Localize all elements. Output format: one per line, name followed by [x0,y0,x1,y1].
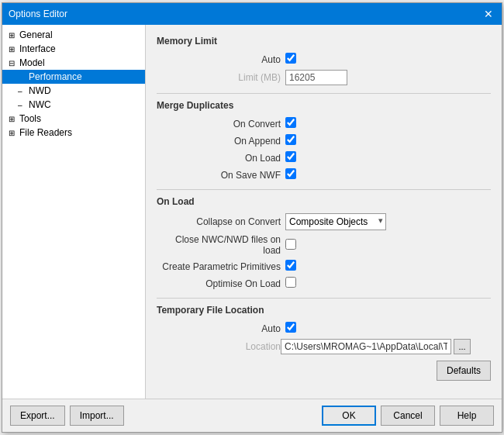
content-area: Memory Limit Auto Limit (MB) Merge Dupli… [146,25,502,399]
on-convert-label: On Convert [157,119,281,129]
collapse-label: Collapse on Convert [157,216,281,227]
ok-button[interactable]: OK [322,406,376,426]
export-button[interactable]: Export... [10,406,65,426]
on-append-checkbox-wrapper [285,134,296,147]
expander-icon: – [18,87,29,95]
expander-icon: ⊞ [9,45,19,54]
expander-icon: – [18,101,29,109]
limit-input[interactable] [285,70,347,85]
browse-button[interactable]: ... [454,339,471,354]
sidebar-item-label: Performance [29,71,82,82]
location-input-group: ... [281,339,471,354]
expander-icon: ⊞ [9,31,19,40]
on-convert-checkbox-wrapper [285,117,296,130]
sidebar-item-label: Interface [19,43,56,54]
sidebar-item-interface[interactable]: ⊞ Interface [2,42,145,56]
expander-icon: ⊞ [9,129,19,137]
collapse-dropdown-wrapper: Composite Objects None All [285,213,386,230]
on-save-nwf-label: On Save NWF [157,170,281,181]
sidebar-item-label: NWC [29,99,51,110]
divider-2 [157,189,491,190]
defaults-row: Defaults [157,361,491,381]
memory-auto-checkbox[interactable] [285,53,296,64]
defaults-button[interactable]: Defaults [437,361,491,381]
location-row: Location ... [157,339,491,354]
create-parametric-label: Create Parametric Primitives [157,261,281,272]
memory-limit-title: Memory Limit [157,36,491,47]
sidebar-item-tools[interactable]: ⊞ Tools [2,112,145,126]
auto-checkbox-wrapper [285,53,296,66]
on-append-row: On Append [157,134,491,147]
sidebar-item-nwc[interactable]: – NWC [2,98,145,112]
on-append-label: On Append [157,136,281,147]
collapse-dropdown[interactable]: Composite Objects None All [285,213,386,230]
import-button[interactable]: Import... [70,406,124,426]
merge-duplicates-title: Merge Duplicates [157,100,491,111]
on-save-nwf-checkbox-wrapper [285,168,296,181]
sidebar-item-performance[interactable]: Performance [2,70,145,84]
help-button[interactable]: Help [440,406,494,426]
main-area: ⊞ General ⊞ Interface ⊟ Model Performanc… [2,25,502,399]
close-button[interactable]: ✕ [482,7,495,21]
on-load-section-title: On Load [157,196,491,207]
on-load-checkbox[interactable] [285,151,296,162]
memory-limit-row: Limit (MB) [157,70,491,85]
temp-auto-checkbox-wrapper [285,322,296,335]
collapse-on-convert-row: Collapse on Convert Composite Objects No… [157,213,491,230]
sidebar-item-label: General [19,29,53,40]
sidebar-item-model[interactable]: ⊟ Model [2,56,145,70]
options-editor-window: Options Editor ✕ ⊞ General ⊞ Interface ⊟ [2,2,502,433]
bottom-right-buttons: OK Cancel Help [322,406,494,426]
on-save-nwf-row: On Save NWF [157,168,491,181]
on-convert-row: On Convert [157,117,491,130]
sidebar-item-file-readers[interactable]: ⊞ File Readers [2,126,145,140]
sidebar-item-label: NWD [29,85,51,96]
title-bar: Options Editor ✕ [2,3,502,25]
location-label: Location [157,341,281,352]
create-parametric-row: Create Parametric Primitives [157,260,491,273]
limit-input-wrapper [285,70,347,85]
on-convert-checkbox[interactable] [285,117,296,128]
close-nwc-row: Close NWC/NWD files on load [157,234,491,256]
on-save-nwf-checkbox[interactable] [285,168,296,179]
create-parametric-checkbox-wrapper [285,260,296,273]
memory-auto-row: Auto [157,53,491,66]
collapse-dropdown-container: Composite Objects None All [285,213,386,230]
auto-label: Auto [157,54,281,65]
optimise-checkbox[interactable] [285,277,296,288]
cancel-button[interactable]: Cancel [381,406,435,426]
bottom-left-buttons: Export... Import... [10,406,124,426]
sidebar-item-label: Tools [19,113,41,124]
on-load-row: On Load [157,151,491,164]
optimise-checkbox-wrapper [285,277,296,290]
on-load-checkbox-wrapper [285,151,296,164]
temp-auto-checkbox[interactable] [285,322,296,333]
close-nwc-checkbox[interactable] [285,239,296,250]
temp-auto-row: Auto [157,322,491,335]
window-title: Options Editor [9,9,67,19]
on-append-checkbox[interactable] [285,134,296,145]
temp-auto-label: Auto [157,323,281,334]
bottom-bar: Export... Import... OK Cancel Help [2,399,502,432]
divider-3 [157,298,491,299]
limit-label: Limit (MB) [157,72,281,83]
expander-icon: ⊟ [9,59,19,67]
on-load-label: On Load [157,153,281,164]
sidebar-item-general[interactable]: ⊞ General [2,28,145,42]
location-input[interactable] [281,339,451,354]
optimise-label: Optimise On Load [157,278,281,289]
create-parametric-checkbox[interactable] [285,260,296,271]
window-content: ⊞ General ⊞ Interface ⊟ Model Performanc… [2,25,502,432]
expander-icon: ⊞ [9,115,19,123]
sidebar-item-nwd[interactable]: – NWD [2,84,145,98]
divider-1 [157,93,491,94]
sidebar: ⊞ General ⊞ Interface ⊟ Model Performanc… [2,25,146,399]
close-nwc-checkbox-wrapper [285,239,296,252]
sidebar-item-label: Model [19,57,45,68]
optimise-row: Optimise On Load [157,277,491,290]
close-nwc-label: Close NWC/NWD files on load [157,234,281,256]
temp-file-title: Temporary File Location [157,305,491,316]
sidebar-item-label: File Readers [19,127,72,138]
